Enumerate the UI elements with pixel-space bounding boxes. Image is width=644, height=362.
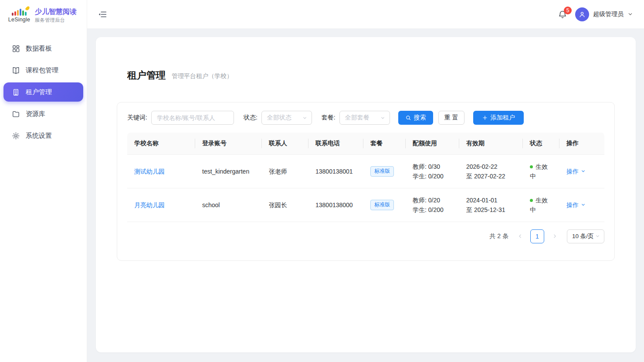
search-icon — [405, 115, 411, 121]
username: 超级管理员 — [593, 10, 624, 18]
col-school-name: 学校名称 — [127, 133, 195, 154]
col-status: 状态 — [523, 133, 559, 154]
chevron-down-icon — [581, 169, 586, 174]
brand-title: 少儿智慧阅读 — [35, 7, 77, 16]
reset-button[interactable]: 重 置 — [438, 111, 464, 125]
keyword-label: 关键词: — [127, 114, 147, 122]
sidebar-item-label: 租户管理 — [26, 88, 52, 96]
status-select[interactable]: 全部状态 — [261, 111, 312, 125]
status-cell: 生效中 — [523, 188, 559, 222]
page-size-select[interactable]: 10 条/页 — [567, 229, 604, 243]
chevron-right-icon — [552, 233, 558, 239]
prev-page-button[interactable] — [515, 229, 524, 243]
user-icon — [578, 10, 586, 18]
topbar: 5 超级管理员 — [87, 0, 644, 29]
sidebar-item-label: 系统设置 — [26, 132, 52, 140]
chevron-down-icon — [302, 116, 307, 120]
folder-icon — [12, 110, 20, 118]
package-select[interactable]: 全部套餐 — [339, 111, 390, 125]
building-icon — [12, 88, 20, 96]
brand-logo: LeSingle 少儿智慧阅读 服务管理后台 — [0, 0, 87, 31]
status-label: 状态: — [244, 114, 258, 122]
add-tenant-button[interactable]: 添加租户 — [473, 111, 524, 125]
quota-cell: 教师: 0/30 学生: 0/200 — [406, 154, 459, 188]
col-actions: 操作 — [559, 133, 604, 154]
login-account-cell: school — [195, 188, 262, 222]
chevron-down-icon — [627, 11, 633, 17]
col-quota: 配额使用 — [406, 133, 459, 154]
school-name-link[interactable]: 测试幼儿园 — [134, 168, 165, 175]
quota-cell: 教师: 0/20 学生: 0/200 — [406, 188, 459, 222]
pagination: 共 2 条 1 10 条/页 — [127, 229, 604, 243]
status-dot — [530, 199, 533, 202]
user-menu[interactable]: 超级管理员 — [575, 7, 633, 21]
sidebar-item-course-packages[interactable]: 课程包管理 — [3, 61, 83, 80]
sidebar-item-label: 资源库 — [26, 110, 45, 118]
keyword-input[interactable] — [151, 111, 234, 125]
status-cell: 生效中 — [523, 154, 559, 188]
search-button[interactable]: 搜索 — [398, 111, 433, 125]
row-actions-dropdown[interactable]: 操作 — [566, 167, 586, 176]
filter-bar: 关键词: 状态: 全部状态 套餐: 全部套餐 — [127, 111, 604, 125]
avatar — [575, 7, 589, 21]
pagination-total: 共 2 条 — [489, 232, 508, 240]
lesingle-logo-icon: LeSingle — [8, 8, 31, 23]
col-phone: 联系电话 — [308, 133, 363, 154]
status-badge: 生效中 — [530, 163, 548, 180]
page-size-value: 10 条/页 — [572, 232, 594, 240]
notification-badge: 5 — [564, 7, 572, 14]
table-row: 测试幼儿园 test_kindergarten 张老师 13800138001 … — [127, 154, 604, 188]
status-select-value: 全部状态 — [267, 114, 291, 122]
col-login-account: 登录账号 — [195, 133, 262, 154]
sidebar-collapse-button[interactable] — [98, 9, 108, 20]
validity-cell: 2024-01-01 至 2025-12-31 — [459, 188, 523, 222]
contact-cell: 张园长 — [262, 188, 308, 222]
col-package: 套餐 — [363, 133, 406, 154]
package-label: 套餐: — [322, 114, 336, 122]
tenant-panel: 关键词: 状态: 全部状态 套餐: 全部套餐 — [117, 102, 615, 261]
page-card: 租户管理 管理平台租户（学校） 关键词: 状态: 全部状态 套餐: — [96, 37, 636, 352]
menu-fold-icon — [98, 10, 107, 19]
next-page-button[interactable] — [550, 229, 559, 243]
notifications-button[interactable]: 5 — [558, 10, 567, 19]
package-select-value: 全部套餐 — [345, 114, 369, 122]
table-row: 月亮幼儿园 school 张园长 13800138000 标准版 教师: 0/2… — [127, 188, 604, 222]
table-header-row: 学校名称 登录账号 联系人 联系电话 套餐 配额使用 有效期 状态 操作 — [127, 133, 604, 154]
content-area: 租户管理 管理平台租户（学校） 关键词: 状态: 全部状态 套餐: — [87, 29, 644, 362]
sidebar: LeSingle 少儿智慧阅读 服务管理后台 数据看板 课程包管理 — [0, 0, 87, 362]
sidebar-item-resources[interactable]: 资源库 — [3, 104, 83, 123]
sidebar-item-tenants[interactable]: 租户管理 — [3, 82, 83, 102]
sidebar-item-settings[interactable]: 系统设置 — [3, 126, 83, 145]
phone-cell: 13800138000 — [308, 188, 363, 222]
sidebar-item-label: 课程包管理 — [26, 66, 58, 75]
login-account-cell: test_kindergarten — [195, 154, 262, 188]
gear-icon — [12, 132, 20, 140]
chevron-down-icon — [581, 202, 586, 207]
status-badge: 生效中 — [530, 197, 548, 213]
sidebar-menu: 数据看板 课程包管理 租户管理 资源库 — [0, 31, 87, 145]
package-tag: 标准版 — [370, 166, 394, 177]
col-contact: 联系人 — [262, 133, 308, 154]
phone-cell: 13800138001 — [308, 154, 363, 188]
plus-icon — [482, 115, 488, 121]
tenant-table: 学校名称 登录账号 联系人 联系电话 套餐 配额使用 有效期 状态 操作 — [127, 133, 604, 222]
book-icon — [12, 66, 20, 75]
chevron-down-icon — [595, 234, 600, 239]
row-actions-dropdown[interactable]: 操作 — [566, 200, 586, 210]
school-name-link[interactable]: 月亮幼儿园 — [134, 201, 165, 208]
app-root: LeSingle 少儿智慧阅读 服务管理后台 数据看板 课程包管理 — [0, 0, 644, 362]
logo-wordmark: LeSingle — [8, 17, 30, 23]
package-tag: 标准版 — [370, 200, 394, 210]
dashboard-icon — [12, 44, 20, 53]
sidebar-item-dashboard[interactable]: 数据看板 — [3, 39, 83, 58]
page-number-1[interactable]: 1 — [530, 229, 544, 243]
chevron-left-icon — [517, 233, 523, 239]
contact-cell: 张老师 — [262, 154, 308, 188]
brand-subtitle: 服务管理后台 — [35, 17, 77, 23]
sidebar-item-label: 数据看板 — [26, 44, 52, 53]
chevron-down-icon — [380, 116, 385, 120]
col-validity: 有效期 — [459, 133, 523, 154]
status-dot — [530, 165, 533, 168]
page-title: 租户管理 — [127, 69, 166, 82]
validity-cell: 2026-02-22 至 2027-02-22 — [459, 154, 523, 188]
